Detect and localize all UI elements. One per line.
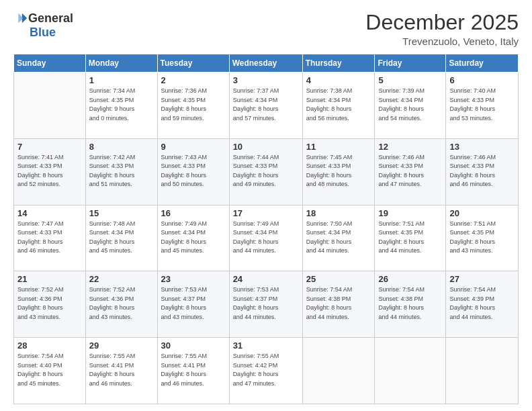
calendar-cell (14, 73, 86, 139)
calendar-cell: 16Sunrise: 7:49 AMSunset: 4:34 PMDayligh… (157, 205, 229, 271)
day-number: 13 (449, 142, 515, 152)
day-info: Sunrise: 7:49 AMSunset: 4:34 PMDaylight:… (161, 220, 226, 256)
calendar-cell: 5Sunrise: 7:39 AMSunset: 4:34 PMDaylight… (375, 73, 446, 139)
day-info: Sunrise: 7:55 AMSunset: 4:41 PMDaylight:… (89, 352, 154, 388)
location-subtitle: Trevenzuolo, Veneto, Italy (365, 36, 519, 47)
day-info: Sunrise: 7:37 AMSunset: 4:34 PMDaylight:… (233, 87, 299, 123)
calendar-cell: 12Sunrise: 7:46 AMSunset: 4:33 PMDayligh… (375, 138, 446, 205)
calendar-cell: 20Sunrise: 7:51 AMSunset: 4:35 PMDayligh… (446, 205, 519, 271)
day-number: 17 (233, 208, 299, 218)
header-tuesday: Tuesday (157, 54, 229, 73)
logo-icon (13, 11, 28, 26)
calendar-cell: 1Sunrise: 7:34 AMSunset: 4:35 PMDaylight… (85, 73, 157, 139)
day-info: Sunrise: 7:34 AMSunset: 4:35 PMDaylight:… (89, 87, 154, 123)
day-number: 11 (306, 142, 371, 152)
calendar-cell (302, 338, 375, 404)
calendar-cell (375, 338, 446, 404)
header: General Blue December 2025 Trevenzuolo, … (13, 11, 519, 47)
calendar-cell: 30Sunrise: 7:55 AMSunset: 4:41 PMDayligh… (157, 338, 229, 404)
day-number: 20 (449, 208, 515, 218)
day-info: Sunrise: 7:53 AMSunset: 4:37 PMDaylight:… (161, 285, 226, 322)
day-info: Sunrise: 7:45 AMSunset: 4:33 PMDaylight:… (306, 153, 371, 189)
calendar-cell: 4Sunrise: 7:38 AMSunset: 4:34 PMDaylight… (302, 73, 375, 139)
day-info: Sunrise: 7:51 AMSunset: 4:35 PMDaylight:… (378, 220, 442, 256)
day-number: 10 (233, 142, 299, 152)
day-info: Sunrise: 7:51 AMSunset: 4:35 PMDaylight:… (449, 220, 515, 256)
calendar-cell: 19Sunrise: 7:51 AMSunset: 4:35 PMDayligh… (375, 205, 446, 271)
day-info: Sunrise: 7:40 AMSunset: 4:33 PMDaylight:… (449, 87, 515, 123)
day-number: 30 (161, 340, 226, 351)
day-info: Sunrise: 7:48 AMSunset: 4:34 PMDaylight:… (89, 220, 154, 256)
day-number: 28 (17, 340, 82, 351)
day-number: 16 (161, 208, 226, 218)
calendar-cell: 31Sunrise: 7:55 AMSunset: 4:42 PMDayligh… (229, 338, 302, 404)
day-info: Sunrise: 7:46 AMSunset: 4:33 PMDaylight:… (449, 153, 515, 189)
day-info: Sunrise: 7:49 AMSunset: 4:34 PMDaylight:… (233, 220, 299, 256)
day-info: Sunrise: 7:55 AMSunset: 4:42 PMDaylight:… (233, 352, 299, 388)
day-info: Sunrise: 7:38 AMSunset: 4:34 PMDaylight:… (306, 87, 371, 123)
calendar-cell: 7Sunrise: 7:41 AMSunset: 4:33 PMDaylight… (14, 138, 86, 205)
calendar-cell: 6Sunrise: 7:40 AMSunset: 4:33 PMDaylight… (446, 73, 519, 139)
header-saturday: Saturday (446, 54, 519, 73)
day-info: Sunrise: 7:55 AMSunset: 4:41 PMDaylight:… (161, 352, 226, 388)
calendar-cell: 24Sunrise: 7:53 AMSunset: 4:37 PMDayligh… (229, 271, 302, 338)
day-number: 2 (161, 75, 226, 85)
day-number: 3 (233, 75, 299, 85)
day-info: Sunrise: 7:54 AMSunset: 4:38 PMDaylight:… (378, 285, 442, 322)
title-block: December 2025 Trevenzuolo, Veneto, Italy (365, 11, 519, 47)
day-number: 22 (89, 274, 154, 284)
day-number: 4 (306, 75, 371, 85)
calendar-cell: 10Sunrise: 7:44 AMSunset: 4:33 PMDayligh… (229, 138, 302, 205)
day-number: 31 (233, 340, 299, 351)
day-info: Sunrise: 7:54 AMSunset: 4:39 PMDaylight:… (449, 285, 515, 322)
day-info: Sunrise: 7:36 AMSunset: 4:35 PMDaylight:… (161, 87, 226, 123)
calendar-week-4: 21Sunrise: 7:52 AMSunset: 4:36 PMDayligh… (14, 271, 519, 338)
header-monday: Monday (85, 54, 157, 73)
day-number: 18 (306, 208, 371, 218)
day-info: Sunrise: 7:54 AMSunset: 4:38 PMDaylight:… (306, 285, 371, 322)
calendar-cell: 25Sunrise: 7:54 AMSunset: 4:38 PMDayligh… (302, 271, 375, 338)
day-number: 26 (378, 274, 442, 284)
header-friday: Friday (375, 54, 446, 73)
calendar-cell: 18Sunrise: 7:50 AMSunset: 4:34 PMDayligh… (302, 205, 375, 271)
day-info: Sunrise: 7:53 AMSunset: 4:37 PMDaylight:… (233, 285, 299, 322)
calendar-cell (446, 338, 519, 404)
day-number: 8 (89, 142, 154, 152)
calendar-week-5: 28Sunrise: 7:54 AMSunset: 4:40 PMDayligh… (14, 338, 519, 404)
calendar-cell: 28Sunrise: 7:54 AMSunset: 4:40 PMDayligh… (14, 338, 86, 404)
header-sunday: Sunday (14, 54, 86, 73)
calendar-table: Sunday Monday Tuesday Wednesday Thursday… (13, 54, 519, 404)
header-thursday: Thursday (302, 54, 375, 73)
day-info: Sunrise: 7:52 AMSunset: 4:36 PMDaylight:… (17, 285, 82, 322)
day-info: Sunrise: 7:46 AMSunset: 4:33 PMDaylight:… (378, 153, 442, 189)
day-number: 27 (449, 274, 515, 284)
day-number: 19 (378, 208, 442, 218)
days-header-row: Sunday Monday Tuesday Wednesday Thursday… (14, 54, 519, 73)
calendar-cell: 26Sunrise: 7:54 AMSunset: 4:38 PMDayligh… (375, 271, 446, 338)
day-number: 12 (378, 142, 442, 152)
calendar-week-2: 7Sunrise: 7:41 AMSunset: 4:33 PMDaylight… (14, 138, 519, 205)
calendar-cell: 8Sunrise: 7:42 AMSunset: 4:33 PMDaylight… (85, 138, 157, 205)
calendar-cell: 11Sunrise: 7:45 AMSunset: 4:33 PMDayligh… (302, 138, 375, 205)
calendar-week-3: 14Sunrise: 7:47 AMSunset: 4:33 PMDayligh… (14, 205, 519, 271)
header-wednesday: Wednesday (229, 54, 302, 73)
day-number: 23 (161, 274, 226, 284)
calendar-page: General Blue December 2025 Trevenzuolo, … (0, 0, 532, 411)
day-info: Sunrise: 7:42 AMSunset: 4:33 PMDaylight:… (89, 153, 154, 189)
calendar-week-1: 1Sunrise: 7:34 AMSunset: 4:35 PMDaylight… (14, 73, 519, 139)
day-number: 25 (306, 274, 371, 284)
calendar-cell: 17Sunrise: 7:49 AMSunset: 4:34 PMDayligh… (229, 205, 302, 271)
calendar-cell: 23Sunrise: 7:53 AMSunset: 4:37 PMDayligh… (157, 271, 229, 338)
calendar-cell: 29Sunrise: 7:55 AMSunset: 4:41 PMDayligh… (85, 338, 157, 404)
day-number: 24 (233, 274, 299, 284)
calendar-cell: 9Sunrise: 7:43 AMSunset: 4:33 PMDaylight… (157, 138, 229, 205)
day-info: Sunrise: 7:54 AMSunset: 4:40 PMDaylight:… (17, 352, 82, 388)
month-year-title: December 2025 (365, 11, 519, 34)
logo-text-general: General (28, 11, 73, 26)
calendar-cell: 15Sunrise: 7:48 AMSunset: 4:34 PMDayligh… (85, 205, 157, 271)
calendar-cell: 22Sunrise: 7:52 AMSunset: 4:36 PMDayligh… (85, 271, 157, 338)
day-info: Sunrise: 7:44 AMSunset: 4:33 PMDaylight:… (233, 153, 299, 189)
day-number: 6 (449, 75, 515, 85)
day-number: 7 (17, 142, 82, 152)
calendar-cell: 13Sunrise: 7:46 AMSunset: 4:33 PMDayligh… (446, 138, 519, 205)
